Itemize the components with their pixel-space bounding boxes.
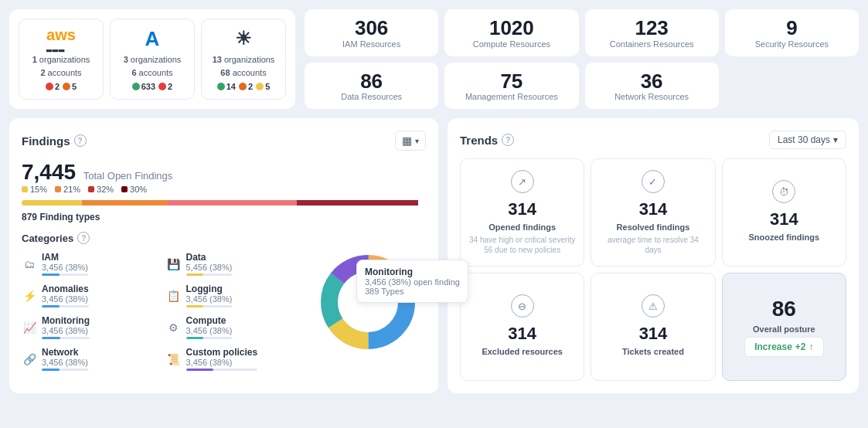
- excluded-resources-count: 314: [508, 324, 536, 344]
- donut-chart: Monitoring 3,456 (38%) open finding 389 …: [318, 252, 426, 360]
- containers-count: 123: [635, 17, 668, 39]
- categories-col-right: 💾 Data 5,456 (38%) 📋 Logging 3,4: [166, 252, 311, 371]
- tickets-created-label: Tickets created: [622, 347, 684, 356]
- logging-icon: 📋: [166, 288, 182, 304]
- trends-period-dropdown[interactable]: Last 30 days ▾: [769, 131, 846, 149]
- pb-high: [167, 200, 296, 206]
- increase-value: +2: [795, 341, 806, 352]
- aws-org-info: 1 organizations2 accounts: [32, 53, 90, 79]
- overall-posture-label: Overall posture: [753, 324, 815, 334]
- anomalies-icon: ⚡: [22, 288, 37, 304]
- network-icon: 🔗: [22, 352, 37, 367]
- trends-grid: ↗ 314 Opened findings 34 have high or cr…: [460, 158, 846, 381]
- management-count: 75: [500, 70, 523, 93]
- excluded-resources-label: Excluded resources: [482, 347, 563, 356]
- progress-legend: 15% 21% 32% 30%: [22, 185, 426, 194]
- compute-label: Compute Resources: [473, 39, 550, 49]
- pb-low: [22, 200, 82, 206]
- legend-orange: 21%: [63, 185, 80, 194]
- excluded-resources-card[interactable]: ⊖ 314 Excluded resources: [460, 273, 584, 381]
- findings-header: Findings ? ▦ ▾: [22, 131, 426, 151]
- chart-toggle-button[interactable]: ▦ ▾: [395, 131, 426, 151]
- finding-types-row: 879 Finding types: [22, 212, 426, 222]
- trends-help-icon[interactable]: ?: [502, 134, 514, 146]
- categories-section: Categories ? 🗂 IAM 3,456 (38%): [22, 232, 426, 371]
- custom-policies-icon: 📜: [166, 352, 182, 367]
- containers-resources-card[interactable]: 123 Containers Resources: [585, 9, 719, 56]
- checkmark-icon: ✓: [642, 170, 665, 193]
- snoozed-findings-count: 314: [770, 209, 798, 229]
- iam-resources-card[interactable]: 306 IAM Resources: [305, 9, 438, 56]
- compute-resources-card[interactable]: 1020 Compute Resources: [444, 9, 578, 56]
- cat-custom-policies[interactable]: 📜 Custom policies 3,456 (38%): [166, 347, 311, 371]
- clock-icon: ⏱: [772, 180, 795, 203]
- findings-total-label: Total Open Findings: [83, 170, 173, 182]
- tickets-created-count: 314: [639, 324, 668, 344]
- findings-total-count: 7,445: [22, 160, 76, 184]
- categories-content: 🗂 IAM 3,456 (38%) ⚡ Anomalies 3,4: [22, 252, 426, 371]
- findings-title: Findings ?: [22, 134, 87, 148]
- gcp-cloud-card[interactable]: ☀ 13 organizations68 accounts 14 2 5: [201, 19, 286, 100]
- management-label: Management Resources: [465, 92, 558, 101]
- resolved-findings-label: Resolved findings: [617, 222, 690, 232]
- aws-logo: aws ▂▂▂: [46, 27, 76, 50]
- tickets-created-card[interactable]: ⚠ 314 Tickets created: [591, 273, 715, 381]
- security-resources-card[interactable]: 9 Security Resources: [725, 9, 859, 56]
- azure-logo: A: [145, 27, 160, 50]
- snoozed-findings-card[interactable]: ⏱ 314 Snoozed findings: [722, 158, 846, 267]
- findings-total-row: 7,445 Total Open Findings: [22, 160, 426, 185]
- containers-label: Containers Resources: [610, 39, 694, 49]
- warning-icon: ⚠: [642, 294, 665, 318]
- opened-findings-card[interactable]: ↗ 314 Opened findings 34 have high or cr…: [460, 158, 584, 267]
- iam-label: IAM Resources: [342, 39, 400, 49]
- cat-logging[interactable]: 📋 Logging 3,456 (38%): [166, 284, 311, 307]
- opened-findings-label: Opened findings: [488, 222, 556, 232]
- tooltip-title: Monitoring: [365, 267, 460, 277]
- monitoring-icon: 📈: [22, 320, 37, 335]
- data-resources-card[interactable]: 86 Data Resources: [305, 63, 438, 110]
- donut-tooltip: Monitoring 3,456 (38%) open finding 389 …: [356, 260, 468, 303]
- cat-network[interactable]: 🔗 Network 3,456 (38%): [22, 347, 166, 371]
- aws-badges: 2 5: [46, 82, 77, 91]
- trends-title: Trends ?: [460, 134, 514, 147]
- cat-anomalies[interactable]: ⚡ Anomalies 3,456 (38%): [22, 284, 166, 307]
- network-resources-card[interactable]: 36 Network Resources: [585, 63, 719, 110]
- management-resources-card[interactable]: 75 Management Resources: [444, 63, 578, 110]
- security-count: 9: [786, 17, 797, 39]
- legend-yellow: 15%: [30, 185, 47, 194]
- aws-cloud-card[interactable]: aws ▂▂▂ 1 organizations2 accounts 2 5: [19, 19, 104, 100]
- resolved-findings-card[interactable]: ✓ 314 Resolved findings average time to …: [591, 158, 715, 267]
- categories-col-left: 🗂 IAM 3,456 (38%) ⚡ Anomalies 3,4: [22, 252, 166, 371]
- findings-help-icon[interactable]: ?: [74, 134, 87, 147]
- iam-count: 306: [355, 17, 388, 39]
- data-icon: 💾: [166, 256, 182, 272]
- increase-label: Increase: [754, 341, 792, 352]
- security-label: Security Resources: [755, 39, 829, 49]
- increase-button[interactable]: Increase +2 ↑: [744, 337, 823, 357]
- network-count: 36: [641, 70, 663, 93]
- minus-circle-icon: ⊖: [511, 294, 534, 318]
- legend-red: 32%: [97, 185, 114, 194]
- resolved-findings-count: 314: [639, 199, 668, 219]
- trends-header: Trends ? Last 30 days ▾: [460, 131, 846, 149]
- compute-icon: ⚙: [166, 320, 182, 335]
- categories-title: Categories ?: [22, 232, 426, 244]
- cat-compute[interactable]: ⚙ Compute 3,456 (38%): [166, 315, 311, 339]
- categories-help-icon[interactable]: ?: [77, 232, 90, 244]
- overall-posture-card[interactable]: 86 Overall posture Increase +2 ↑: [722, 273, 846, 381]
- snoozed-findings-label: Snoozed findings: [748, 233, 819, 242]
- tooltip-line1: 3,456 (38%) open finding: [365, 277, 460, 287]
- cat-monitoring[interactable]: 📈 Monitoring 3,456 (38%): [22, 315, 166, 339]
- cat-iam[interactable]: 🗂 IAM 3,456 (38%): [22, 252, 166, 276]
- azure-org-info: 3 organizations6 accounts: [124, 53, 182, 79]
- legend-darkred: 30%: [130, 185, 147, 194]
- azure-cloud-card[interactable]: A 3 organizations6 accounts 633 2: [110, 19, 195, 100]
- compute-count: 1020: [489, 17, 534, 39]
- gcp-badges: 14 2 5: [217, 82, 271, 91]
- resolved-findings-sublabel: average time to resolve 34 days: [599, 235, 706, 255]
- cat-data[interactable]: 💾 Data 5,456 (38%): [166, 252, 311, 276]
- azure-badges: 633 2: [132, 82, 172, 91]
- trend-up-icon: ↗: [511, 170, 534, 193]
- gcp-org-info: 13 organizations68 accounts: [213, 53, 275, 79]
- trends-panel: Trends ? Last 30 days ▾ ↗ 314 Opened fin…: [448, 118, 859, 393]
